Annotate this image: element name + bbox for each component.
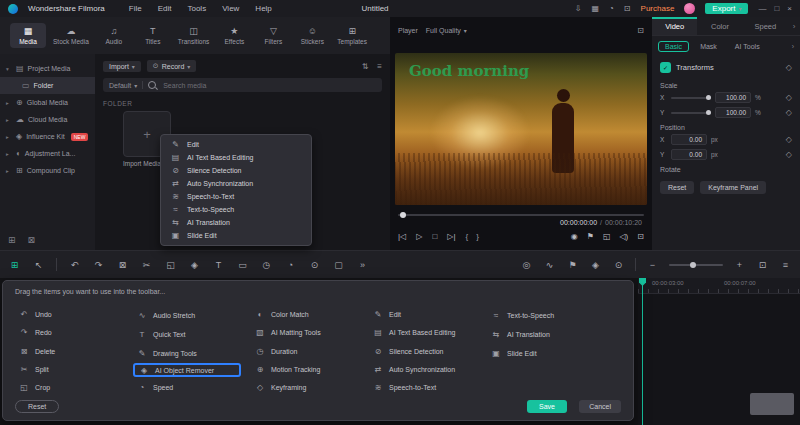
timeline-ruler[interactable]: 00:00:03:00 00:00:07:00 <box>638 278 800 294</box>
volume-icon[interactable]: ◁) <box>619 232 628 241</box>
tab-color[interactable]: Color <box>697 17 742 35</box>
customize-toolbar-icon[interactable]: ⊞ <box>8 260 21 270</box>
customize-item-redo[interactable]: ↷Redo <box>15 326 133 339</box>
duration-icon[interactable]: ◷ <box>260 260 273 270</box>
speed-icon[interactable]: ◔ <box>284 260 297 270</box>
sidebar-item-project-media[interactable]: ▾▤Project Media <box>0 60 95 77</box>
context-item-speech-to-text[interactable]: ≋Speech-to-Text <box>161 190 311 203</box>
quality-dropdown[interactable]: Full Quality▾ <box>426 27 467 34</box>
display-mode-icon[interactable]: ⊡ <box>637 26 644 35</box>
scale-y-value[interactable]: 100.00 <box>715 107 751 118</box>
tab-titles[interactable]: TTitles <box>135 23 171 48</box>
context-item-slide-edit[interactable]: ▣Slide Edit <box>161 229 311 242</box>
customize-item-text-to-speech[interactable]: ≈Text-to-Speech <box>487 308 617 322</box>
transforms-section-header[interactable]: ✓ Transforms ◇ <box>652 57 800 78</box>
playhead[interactable] <box>642 278 643 425</box>
customize-item-crop[interactable]: ◱Crop <box>15 381 133 394</box>
menu-help[interactable]: Help <box>255 4 271 13</box>
more-tools-icon[interactable]: » <box>356 260 369 270</box>
screen-record-icon[interactable]: ▢ <box>332 260 345 270</box>
sidebar-item-cloud-media[interactable]: ▸☁Cloud Media <box>0 111 95 128</box>
select-cursor-icon[interactable]: ↖ <box>32 260 45 270</box>
text-box-icon[interactable]: ▭ <box>236 260 249 270</box>
purchase-button[interactable]: Purchase <box>641 4 675 13</box>
screen-record-icon[interactable]: ⊙ <box>612 260 625 270</box>
crop-icon[interactable]: ◱ <box>603 232 611 241</box>
download-icon[interactable]: ⇩ <box>575 4 582 13</box>
customize-item-delete[interactable]: ⊠Delete <box>15 344 133 357</box>
customize-cancel-button[interactable]: Cancel <box>579 400 621 413</box>
filter-dropdown[interactable]: Default▾ <box>109 82 137 89</box>
customize-item-undo[interactable]: ↶Undo <box>15 308 133 321</box>
voiceover-mic-icon[interactable]: ◎ <box>520 260 533 270</box>
record-button[interactable]: ⊙Record▾ <box>147 60 196 72</box>
avatar[interactable] <box>684 3 695 14</box>
reset-button[interactable]: Reset <box>660 181 694 194</box>
customize-reset-button[interactable]: Reset <box>15 400 59 413</box>
context-item-ai-text-editing[interactable]: ▤AI Text Based Editing <box>161 151 311 164</box>
add-folder-icon[interactable]: ⊞ <box>8 235 16 245</box>
context-item-silence-detection[interactable]: ⊘Silence Detection <box>161 164 311 177</box>
undo-icon[interactable]: ↶ <box>68 260 81 270</box>
search-input[interactable] <box>161 81 325 90</box>
sidebar-item-influence-kit[interactable]: ▸◈Influence KitNEW <box>0 128 95 145</box>
customize-item-auto-sync[interactable]: ⇄Auto Synchronization <box>369 363 487 376</box>
customize-item-slide-edit[interactable]: ▣Slide Edit <box>487 346 617 360</box>
customize-item-ai-object-remover[interactable]: ◈AI Object Remover <box>133 363 241 377</box>
subtab-mask[interactable]: Mask <box>693 41 724 52</box>
context-item-ai-translation[interactable]: ⇆AI Translation <box>161 216 311 229</box>
marker-icon[interactable]: ⚑ <box>587 232 594 241</box>
zoom-out-icon[interactable]: − <box>646 260 659 270</box>
context-item-text-to-speech[interactable]: ≈Text-to-Speech <box>161 203 311 216</box>
subtab-basic[interactable]: Basic <box>658 41 689 52</box>
workspace-icon[interactable]: ▦ <box>591 4 599 13</box>
keyframe-diamond-icon[interactable]: ◇ <box>786 63 792 72</box>
split-icon[interactable]: ✂ <box>140 260 153 270</box>
minimize-button[interactable]: — <box>758 4 766 13</box>
customize-item-ai-matting-tools[interactable]: ▧AI Matting Tools <box>251 326 369 339</box>
tab-video[interactable]: Video <box>652 17 697 35</box>
keyframe-diamond-icon[interactable]: ◇ <box>786 108 792 117</box>
customize-save-button[interactable]: Save <box>527 400 567 413</box>
video-preview[interactable]: Good morning <box>395 53 647 205</box>
tab-media[interactable]: ▦Media <box>10 23 46 48</box>
zoom-fit-icon[interactable]: ⊡ <box>756 260 769 270</box>
customize-item-motion-tracking[interactable]: ⊕Motion Tracking <box>251 363 369 376</box>
keyframe-panel-button[interactable]: Keyframe Panel <box>700 181 766 194</box>
customize-item-speech-to-text[interactable]: ≋Speech-to-Text <box>369 381 487 394</box>
mark-out-icon[interactable]: } <box>476 232 479 241</box>
sidebar-item-adjustment-layer[interactable]: ▸◐Adjustment La... <box>0 145 95 162</box>
timeline-clip-block[interactable] <box>750 393 794 415</box>
delete-icon[interactable]: ⊠ <box>116 260 129 270</box>
customize-item-keyframing[interactable]: ◇Keyframing <box>251 381 369 394</box>
customize-item-speed[interactable]: ◔Speed <box>133 380 251 394</box>
transforms-toggle[interactable]: ✓ <box>660 62 671 73</box>
record-icon[interactable]: ⊙ <box>308 260 321 270</box>
seek-handle[interactable] <box>400 212 406 218</box>
mark-in-icon[interactable]: { <box>465 232 468 241</box>
tab-speed[interactable]: Speed <box>743 17 788 35</box>
tab-stickers[interactable]: ☺Stickers <box>294 23 330 48</box>
keyframe-diamond-icon[interactable]: ◇ <box>786 150 792 159</box>
notifications-icon[interactable]: ◔ <box>609 4 614 13</box>
position-x-value[interactable]: 0.00 <box>671 134 707 145</box>
tab-audio[interactable]: ♫Audio <box>96 23 132 48</box>
marker-icon[interactable]: ⚑ <box>566 260 579 270</box>
customize-item-ai-translation[interactable]: ⇆AI Translation <box>487 327 617 341</box>
crop-icon[interactable]: ◱ <box>164 260 177 270</box>
menu-view[interactable]: View <box>222 4 239 13</box>
view-menu-icon[interactable]: ≡ <box>377 62 382 71</box>
customize-item-quick-text[interactable]: TQuick Text <box>133 327 251 341</box>
tab-effects[interactable]: ★Effects <box>216 23 252 48</box>
snapshot-icon[interactable]: ◉ <box>571 232 578 241</box>
audio-stretch-icon[interactable]: ∿ <box>543 260 556 270</box>
more-tabs-icon[interactable]: › <box>788 22 800 31</box>
ai-icon[interactable]: ◈ <box>589 260 602 270</box>
delete-folder-icon[interactable]: ⊠ <box>28 235 36 245</box>
timeline-zoom-slider[interactable] <box>669 264 723 266</box>
keyframe-diamond-icon[interactable]: ◇ <box>786 135 792 144</box>
import-button[interactable]: Import▾ <box>103 61 141 72</box>
close-button[interactable]: × <box>787 4 792 13</box>
sidebar-item-folder[interactable]: ▭Folder <box>0 77 95 94</box>
zoom-in-icon[interactable]: + <box>733 260 746 270</box>
